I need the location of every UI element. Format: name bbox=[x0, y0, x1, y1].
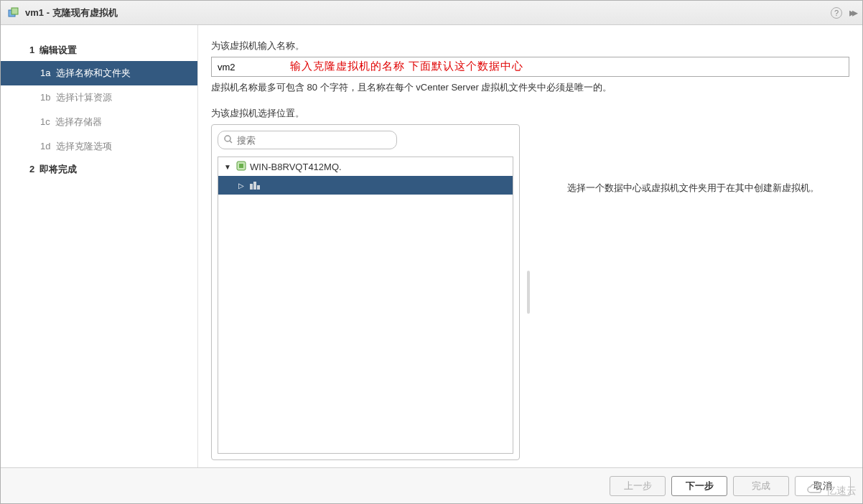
vertical-divider[interactable] bbox=[527, 124, 530, 460]
info-text: 选择一个数据中心或虚拟机文件夹用于在其中创建新虚拟机。 bbox=[567, 182, 819, 195]
location-row: ▼ WIN-B8RVQT412MQ. ▷ bbox=[211, 124, 849, 460]
name-label: 为该虚拟机输入名称。 bbox=[211, 39, 849, 52]
watermark: 亿速云 bbox=[806, 482, 857, 499]
name-row: 输入克隆虚拟机的名称 下面默认这个数据中心 bbox=[211, 57, 849, 77]
location-tree: ▼ WIN-B8RVQT412MQ. ▷ bbox=[218, 157, 513, 454]
step-header-1: 1 编辑设置 bbox=[1, 39, 197, 61]
tree-root-label: WIN-B8RVQT412MQ. bbox=[250, 162, 342, 172]
step-1b[interactable]: 1b 选择计算资源 bbox=[1, 85, 197, 110]
back-button[interactable]: 上一步 bbox=[610, 476, 666, 496]
vm-clone-icon bbox=[8, 7, 19, 19]
help-icon[interactable]: ? bbox=[831, 7, 842, 19]
location-label: 为该虚拟机选择位置。 bbox=[211, 107, 849, 120]
clone-vm-dialog: vm1 - 克隆现有虚拟机 ? ▸▸ 1 编辑设置 1a 选择名称和文件夹 1b… bbox=[0, 0, 863, 504]
svg-rect-1 bbox=[11, 8, 18, 14]
step-1a[interactable]: 1a 选择名称和文件夹 bbox=[1, 61, 197, 85]
titlebar: vm1 - 克隆现有虚拟机 ? ▸▸ bbox=[1, 1, 862, 25]
svg-rect-5 bbox=[239, 164, 243, 168]
tree-root-row[interactable]: ▼ WIN-B8RVQT412MQ. bbox=[218, 157, 513, 176]
step-1c[interactable]: 1c 选择存储器 bbox=[1, 110, 197, 134]
chevron-right-icon[interactable]: ▷ bbox=[238, 182, 247, 190]
search-icon bbox=[224, 135, 233, 146]
tree-panel: ▼ WIN-B8RVQT412MQ. ▷ bbox=[211, 124, 520, 460]
svg-rect-7 bbox=[253, 182, 256, 190]
dialog-body: 1 编辑设置 1a 选择名称和文件夹 1b 选择计算资源 1c 选择存储器 1d… bbox=[1, 25, 862, 467]
step-1d[interactable]: 1d 选择克隆选项 bbox=[1, 134, 197, 159]
search-input[interactable] bbox=[237, 135, 391, 146]
svg-rect-6 bbox=[250, 184, 253, 190]
watermark-text: 亿速云 bbox=[826, 485, 857, 498]
dialog-footer: 上一步 下一步 完成 取消 bbox=[1, 467, 862, 503]
vm-name-input[interactable] bbox=[211, 57, 849, 77]
datacenter-icon bbox=[250, 181, 260, 190]
vcenter-icon bbox=[235, 160, 247, 174]
name-hint: 虚拟机名称最多可包含 80 个字符，且名称在每个 vCenter Server … bbox=[211, 81, 849, 94]
svg-rect-8 bbox=[257, 185, 260, 190]
next-button[interactable]: 下一步 bbox=[671, 476, 727, 496]
search-box[interactable] bbox=[218, 131, 397, 149]
tree-child-row[interactable]: ▷ bbox=[218, 176, 513, 195]
titlebar-right: ? ▸▸ bbox=[831, 6, 855, 19]
svg-line-3 bbox=[230, 141, 232, 143]
divider-handle-icon bbox=[527, 271, 530, 314]
expand-icon[interactable]: ▸▸ bbox=[849, 6, 855, 19]
titlebar-left: vm1 - 克隆现有虚拟机 bbox=[8, 6, 118, 19]
wizard-sidebar: 1 编辑设置 1a 选择名称和文件夹 1b 选择计算资源 1c 选择存储器 1d… bbox=[1, 25, 198, 467]
cloud-icon bbox=[806, 482, 824, 499]
dialog-title: vm1 - 克隆现有虚拟机 bbox=[25, 6, 118, 19]
step-header-2: 2 即将完成 bbox=[1, 159, 197, 180]
finish-button[interactable]: 完成 bbox=[733, 476, 789, 496]
wizard-main: 为该虚拟机输入名称。 输入克隆虚拟机的名称 下面默认这个数据中心 虚拟机名称最多… bbox=[198, 25, 862, 467]
info-panel: 选择一个数据中心或虚拟机文件夹用于在其中创建新虚拟机。 bbox=[537, 124, 849, 460]
svg-point-2 bbox=[225, 136, 230, 141]
chevron-down-icon[interactable]: ▼ bbox=[224, 163, 233, 171]
